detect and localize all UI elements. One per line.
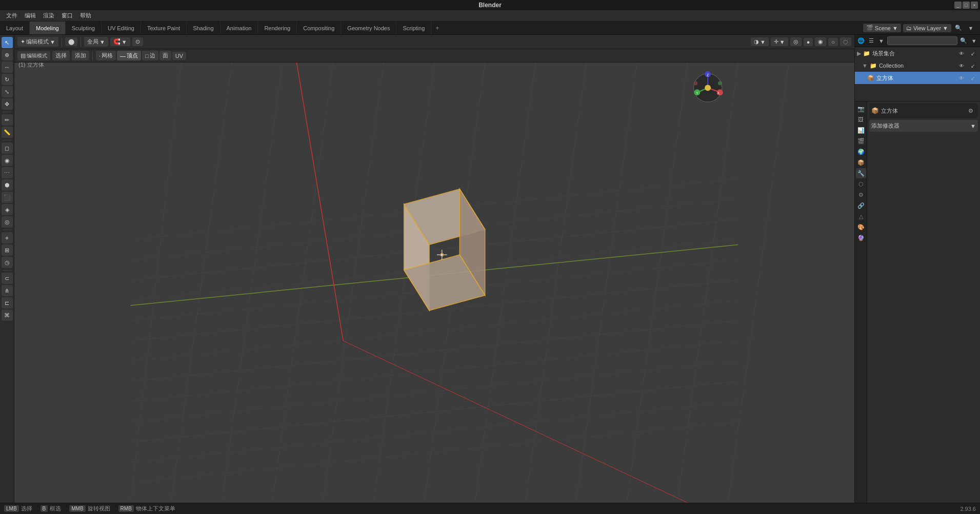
svg-line-12 xyxy=(131,422,738,482)
viewport-area[interactable]: ✦ 编辑模式 ▼ ⬤ 全局 ▼ 🧲 ▼ ⊙ ◑ xyxy=(14,35,854,503)
inset-button[interactable]: ⬛ xyxy=(2,192,13,203)
outliner-filter-icon[interactable]: ▼ xyxy=(970,36,978,46)
particles-props-icon[interactable]: ⬡ xyxy=(856,179,866,189)
menu-edit[interactable]: 编辑 xyxy=(22,11,39,20)
loop-cut-button[interactable]: ◉ xyxy=(2,155,13,166)
scene-props-icon[interactable]: 🎬 xyxy=(856,136,866,146)
viewport-gizmo[interactable]: X Y Z xyxy=(694,71,723,102)
scene-select-icon[interactable]: ↙ xyxy=(968,48,978,58)
viewlayer-props-icon[interactable]: 📊 xyxy=(856,125,866,135)
shading-rendered-btn[interactable]: ○ xyxy=(828,38,838,46)
tab-layout[interactable]: Layout xyxy=(0,22,30,34)
tab-animation[interactable]: Animation xyxy=(221,22,258,34)
minimize-button[interactable]: _ xyxy=(954,2,962,9)
constraints-props-icon[interactable]: 🔗 xyxy=(856,200,866,211)
gizmo-button[interactable]: ✛ ▼ xyxy=(771,37,788,46)
physics-props-icon[interactable]: ⚙ xyxy=(856,190,866,200)
tab-modeling[interactable]: Modeling xyxy=(30,22,66,34)
face-mode2[interactable]: 面 xyxy=(159,51,171,60)
render-props-icon[interactable]: 📷 xyxy=(856,104,866,114)
shading-solid-btn[interactable]: ● xyxy=(804,38,813,46)
extra-props-icon[interactable]: 🔮 xyxy=(856,233,866,243)
scene-selector[interactable]: 🎬 Scene ▼ xyxy=(863,24,901,32)
knife-button[interactable]: ⋯ xyxy=(2,167,13,178)
menu-render[interactable]: 渲染 xyxy=(40,11,57,20)
rotate-tool-button[interactable]: ↻ xyxy=(2,74,13,85)
object-props-icon[interactable]: 📦 xyxy=(856,157,866,168)
shrink-button[interactable]: ◷ xyxy=(2,257,13,268)
outliner-filter[interactable]: ▼ xyxy=(877,36,886,46)
transform-tool-button[interactable]: ✥ xyxy=(2,98,13,110)
annotate-tool-button[interactable]: ✏ xyxy=(2,114,13,126)
scale-tool-button[interactable]: ⤡ xyxy=(2,86,13,97)
add-menu[interactable]: 添加 xyxy=(72,51,89,60)
smooth-button[interactable]: ⋄ xyxy=(2,232,13,243)
menu-file[interactable]: 文件 xyxy=(3,11,21,20)
tab-texture-paint[interactable]: Texture Paint xyxy=(141,22,187,34)
mode-selector[interactable]: ✦ 编辑模式 ▼ xyxy=(17,37,58,47)
relax-button[interactable]: ⊞ xyxy=(2,244,13,256)
tab-uv-editing[interactable]: UV Editing xyxy=(102,22,141,34)
spin-button[interactable]: ⊏ xyxy=(2,297,13,309)
menu-window[interactable]: 窗口 xyxy=(58,11,76,20)
move-tool-button[interactable]: ↔ xyxy=(2,61,13,73)
vertex-select-mode[interactable]: · 网格 xyxy=(96,51,116,60)
material-props-icon[interactable]: 🎨 xyxy=(856,222,866,232)
measure-tool-button[interactable]: 📏 xyxy=(2,127,13,138)
cursor-tool-button[interactable]: ⊕ xyxy=(2,49,13,60)
viewport-shading-mode[interactable]: ⬤ xyxy=(65,37,77,46)
search-icon[interactable]: 🔍 xyxy=(953,23,964,33)
props-object-settings[interactable]: ⚙ xyxy=(966,106,976,116)
scene-hide-icon[interactable]: 👁 xyxy=(956,48,967,58)
close-button[interactable]: × xyxy=(971,2,978,9)
scene-collection-item[interactable]: ▶ 📁 场景集合 👁 ↙ xyxy=(855,47,980,59)
view-layer-label: View Layer xyxy=(913,25,941,31)
data-props-icon[interactable]: △ xyxy=(856,211,866,221)
output-props-icon[interactable]: 🖼 xyxy=(856,114,866,125)
edit-mesh-select[interactable]: ▤ 编辑模式 xyxy=(17,51,50,60)
tab-shading[interactable]: Shading xyxy=(187,22,220,34)
global-transform[interactable]: 全局 ▼ xyxy=(84,37,108,47)
col-hide-icon[interactable]: 👁 xyxy=(956,60,967,71)
uv-mode[interactable]: UV xyxy=(172,52,186,60)
box-tool-button[interactable]: ◻ xyxy=(2,142,13,154)
outliner-search-icon[interactable]: 🔍 xyxy=(959,36,968,46)
rip-button[interactable]: ⋔ xyxy=(2,285,13,296)
tab-sculpting[interactable]: Sculpting xyxy=(66,22,102,34)
cube-hide-icon[interactable]: 👁 xyxy=(956,73,967,83)
world-props-icon[interactable]: 🌍 xyxy=(856,147,866,157)
tab-compositing[interactable]: Compositing xyxy=(297,22,341,34)
snap-button[interactable]: 🧲 ▼ xyxy=(110,37,130,46)
bevel-button[interactable]: ◈ xyxy=(2,204,13,215)
modifier-props-icon[interactable]: 🔧 xyxy=(856,168,866,178)
filter-icon[interactable]: ▼ xyxy=(966,23,976,33)
cube-object-item[interactable]: 📦 立方体 👁 ↙ xyxy=(855,72,980,84)
viewport-canvas[interactable]: X Y Z xyxy=(14,63,854,503)
maximize-button[interactable]: □ xyxy=(963,2,970,9)
cube-select-icon[interactable]: ↙ xyxy=(968,73,978,83)
shear-button[interactable]: ⊂ xyxy=(2,273,13,284)
proportional-edit-button[interactable]: ⊙ xyxy=(132,37,143,46)
add-modifier-button[interactable]: 添加修改器 ▼ xyxy=(869,120,978,132)
bridge-button[interactable]: ◎ xyxy=(2,216,13,228)
collection-item[interactable]: ▼ 📁 Collection 👁 ↙ xyxy=(855,59,980,72)
add-workspace-button[interactable]: + xyxy=(431,22,443,34)
viewport-overlay-button[interactable]: ◑ ▼ xyxy=(751,37,769,46)
outliner-search-input[interactable] xyxy=(887,36,957,45)
col-select-icon[interactable]: ↙ xyxy=(968,60,978,71)
shading-eevee-btn[interactable]: ◌ xyxy=(840,37,851,46)
xray-toggle[interactable]: ◎ xyxy=(790,37,802,46)
view-layer-selector[interactable]: 🗂 View Layer ▼ xyxy=(903,24,951,32)
shading-material-btn[interactable]: ◉ xyxy=(815,37,826,46)
menu-help[interactable]: 帮助 xyxy=(77,11,94,20)
edge-select-mode[interactable]: — 顶点 xyxy=(117,51,141,60)
select-tool-button[interactable]: ↖ xyxy=(2,37,13,48)
outliner-display-mode[interactable]: ☰ xyxy=(867,36,875,46)
face-select-mode[interactable]: □ 边 xyxy=(142,51,158,60)
tab-geometry-nodes[interactable]: Geometry Nodes xyxy=(341,22,396,34)
tab-rendering[interactable]: Rendering xyxy=(258,22,297,34)
tab-scripting[interactable]: Scripting xyxy=(396,22,431,34)
extra-tools-button[interactable]: ⌘ xyxy=(2,310,13,321)
extrude-button[interactable]: ⬢ xyxy=(2,179,13,191)
select-menu[interactable]: 选择 xyxy=(52,51,70,60)
